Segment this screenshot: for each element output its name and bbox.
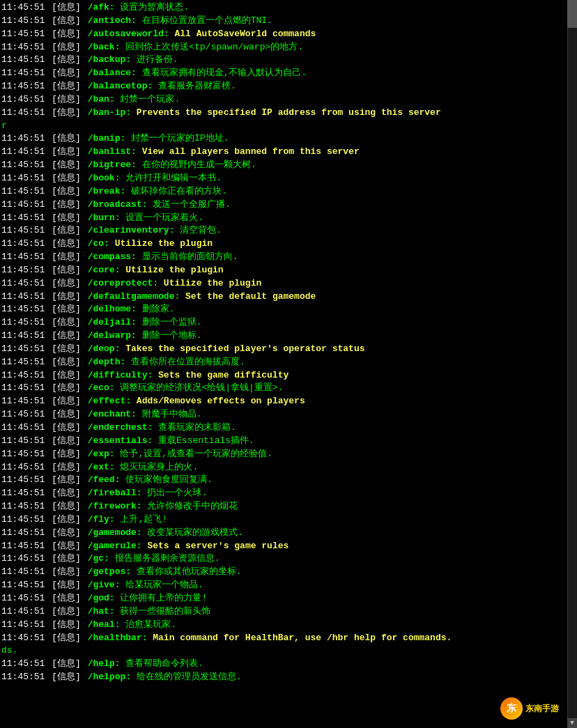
log-tag: [信息] xyxy=(52,356,86,369)
log-line: 11:45:51 [信息] /banlist: View all players… xyxy=(0,146,577,159)
log-content: /banip: 封禁一个玩家的IP地址. xyxy=(88,132,229,146)
log-time: 11:45:51 xyxy=(1,1,50,15)
log-content: /ban-ip: Prevents the specified IP addre… xyxy=(88,107,441,120)
log-time: 11:45:51 xyxy=(1,93,50,107)
log-content: /getpos: 查看你或其他玩家的坐标. xyxy=(88,566,242,579)
log-line: 11:45:51 [信息] /bigtree: 在你的视野内生成一颗大树. xyxy=(0,159,577,172)
log-content: /god: 让你拥有上帝的力量! xyxy=(88,592,208,605)
log-line: 11:45:51 [信息] /feed: 使玩家饱食度回复满. xyxy=(0,474,577,487)
log-time: 11:45:51 xyxy=(1,172,50,185)
log-content: /break: 破坏掉你正在看的方块. xyxy=(88,185,227,199)
log-line: 11:45:51 [信息] /book: 允许打开和编辑一本书. xyxy=(0,172,577,185)
log-line: 11:45:51 [信息] /hat: 获得一些很酷的新头饰 xyxy=(0,605,577,619)
log-tag: [信息] xyxy=(52,382,86,395)
log-content: /gc: 报告服务器剩余资源信息. xyxy=(88,552,220,566)
log-time: 11:45:51 xyxy=(1,540,50,553)
log-time: 11:45:51 xyxy=(1,552,50,566)
log-tag: [信息] xyxy=(52,671,86,684)
log-line: 11:45:51 [信息] /core: Utilize the plugin xyxy=(0,264,577,277)
log-content: /burn: 设置一个玩家着火. xyxy=(88,212,203,225)
console-container: 11:45:51 [信息] /afk: 设置为暂离状态.11:45:51 [信息… xyxy=(0,0,577,728)
log-time: 11:45:51 xyxy=(1,238,50,251)
log-content: /coreprotect: Utilize the plugin xyxy=(88,277,262,291)
log-line: 11:45:51 [信息] /firework: 允许你修改手中的烟花 xyxy=(0,500,577,513)
log-line: ds. xyxy=(0,644,577,658)
log-content: /helpop: 给在线的管理员发送信息. xyxy=(88,671,242,684)
log-tag: [信息] xyxy=(52,224,86,238)
log-time: 11:45:51 xyxy=(1,369,50,382)
log-time: 11:45:51 xyxy=(1,579,50,592)
log-time: 11:45:51 xyxy=(1,251,50,264)
log-line: 11:45:51 [信息] /exp: 给予,设置,或查看一个玩家的经验值. xyxy=(0,448,577,461)
watermark: 东 东南手游 xyxy=(496,696,563,721)
log-line: 11:45:51 [信息] /give: 给某玩家一个物品. xyxy=(0,579,577,592)
log-line: 11:45:51 [信息] /burn: 设置一个玩家着火. xyxy=(0,212,577,225)
log-content: /co: Utilize the plugin xyxy=(88,238,213,251)
log-tag: [信息] xyxy=(52,277,86,291)
log-time: 11:45:51 xyxy=(1,67,50,80)
log-line: 11:45:51 [信息] /deljail: 删除一个监狱. xyxy=(0,316,577,330)
log-tag: [信息] xyxy=(52,421,86,435)
log-time: 11:45:51 xyxy=(1,421,50,435)
log-tag: [信息] xyxy=(52,132,86,146)
log-line: 11:45:51 [信息] /depth: 查看你所在位置的海拔高度. xyxy=(0,356,577,369)
log-content: /feed: 使玩家饱食度回复满. xyxy=(88,474,213,487)
log-line: 11:45:51 [信息] /gamemode: 改变某玩家的游戏模式. xyxy=(0,527,577,540)
log-time: 11:45:51 xyxy=(1,592,50,605)
log-line: 11:45:51 [信息] /afk: 设置为暂离状态. xyxy=(0,1,577,15)
log-tag: [信息] xyxy=(52,251,86,264)
log-content: /delwarp: 删除一个地标. xyxy=(88,330,202,343)
log-time: 11:45:51 xyxy=(1,316,50,330)
log-tag: [信息] xyxy=(52,487,86,500)
log-time: 11:45:51 xyxy=(1,277,50,291)
log-line: 11:45:51 [信息] /gamerule: Sets a server's… xyxy=(0,540,577,553)
log-time: 11:45:51 xyxy=(1,435,50,448)
log-content: /help: 查看帮助命令列表. xyxy=(88,658,203,671)
log-line: 11:45:51 [信息] /compass: 显示当前你的面朝方向. xyxy=(0,251,577,264)
log-tag: [信息] xyxy=(52,592,86,605)
log-tag: [信息] xyxy=(52,619,86,632)
log-tag: [信息] xyxy=(52,395,86,408)
log-tag: [信息] xyxy=(52,185,86,199)
log-line: 11:45:51 [信息] /balancetop: 查看服务器财富榜. xyxy=(0,80,577,93)
log-time: 11:45:51 xyxy=(1,28,50,41)
log-time: 11:45:51 xyxy=(1,658,50,671)
log-tag: [信息] xyxy=(52,527,86,540)
log-time: 11:45:51 xyxy=(1,330,50,343)
log-time: 11:45:51 xyxy=(1,382,50,395)
scrollbar[interactable]: ▲ ▼ xyxy=(567,0,577,728)
log-line: 11:45:51 [信息] /fireball: 扔出一个火球. xyxy=(0,487,577,500)
log-tag: [信息] xyxy=(52,41,86,54)
log-time: 11:45:51 xyxy=(1,513,50,527)
scrollbar-thumb[interactable] xyxy=(567,0,577,28)
log-line: 11:45:51 [信息] /balance: 查看玩家拥有的现金,不输入默认为… xyxy=(0,67,577,80)
log-content: /back: 回到你上次传送<tp/spawn/warp>的地方. xyxy=(88,41,303,54)
log-tag: [信息] xyxy=(52,93,86,107)
log-content: /ban: 封禁一个玩家. xyxy=(88,93,180,107)
log-tag: [信息] xyxy=(52,1,86,15)
log-tag: [信息] xyxy=(52,199,86,212)
scrollbar-down-arrow[interactable]: ▼ xyxy=(567,718,577,728)
log-line: 11:45:51 [信息] /effect: Adds/Removes effe… xyxy=(0,395,577,408)
log-line: 11:45:51 [信息] /antioch: 在目标位置放置一个点燃的TNI. xyxy=(0,15,577,28)
log-line: 11:45:51 [信息] /co: Utilize the plugin xyxy=(0,238,577,251)
log-content: /defaultgamemode: Set the default gamemo… xyxy=(88,291,316,304)
log-line: 11:45:51 [信息] /ext: 熄灭玩家身上的火. xyxy=(0,461,577,474)
log-content: /bigtree: 在你的视野内生成一颗大树. xyxy=(88,159,256,172)
log-line: 11:45:51 [信息] /healthbar: Main command f… xyxy=(0,632,577,645)
log-content: /heal: 治愈某玩家. xyxy=(88,619,176,632)
log-line: 11:45:51 [信息] /getpos: 查看你或其他玩家的坐标. xyxy=(0,566,577,579)
log-content: /autosaveworld: All AutoSaveWorld comman… xyxy=(88,28,316,41)
log-content: /core: Utilize the plugin xyxy=(88,264,224,277)
log-content: /hat: 获得一些很酷的新头饰 xyxy=(88,605,211,619)
log-tag: [信息] xyxy=(52,448,86,461)
log-time: 11:45:51 xyxy=(1,605,50,619)
log-line: 11:45:51 [信息] /break: 破坏掉你正在看的方块. xyxy=(0,185,577,199)
log-time: 11:45:51 xyxy=(1,395,50,408)
log-tag: [信息] xyxy=(52,264,86,277)
log-content: /fireball: 扔出一个火球. xyxy=(88,487,208,500)
log-content: /deop: Takes the specified player's oper… xyxy=(88,343,365,356)
log-tag: [信息] xyxy=(52,566,86,579)
log-tag: [信息] xyxy=(52,172,86,185)
log-time: 11:45:51 xyxy=(1,159,50,172)
